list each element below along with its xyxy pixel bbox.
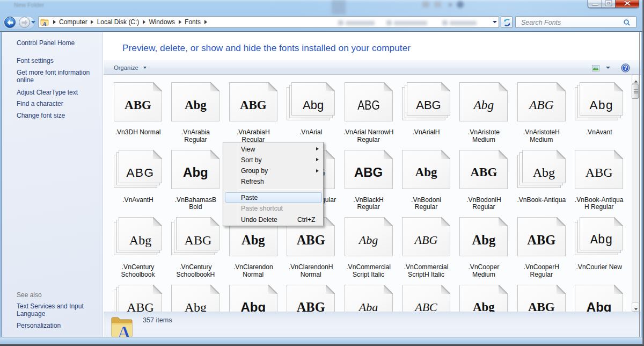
svg-text:?: ?	[624, 64, 627, 71]
svg-text:A: A	[42, 20, 46, 26]
